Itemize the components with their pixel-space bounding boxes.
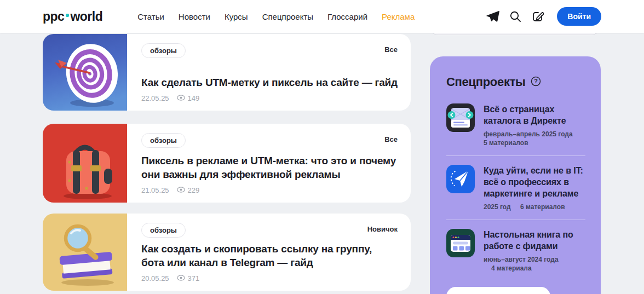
search-icon[interactable] xyxy=(509,10,522,23)
eye-icon xyxy=(177,94,185,102)
project-item[interactable]: Куда уйти, если не в IT: всё о профессия… xyxy=(446,165,585,211)
dart-target-illustration xyxy=(43,34,127,111)
article-card[interactable]: обзоры Все Как сделать UTM-метку и пиксе… xyxy=(43,34,411,111)
article-card[interactable]: обзоры Все Пиксель в рекламе и UTM-метка… xyxy=(43,124,411,203)
tag-badge[interactable]: обзоры xyxy=(141,43,186,58)
article-title: Пиксель в рекламе и UTM-метка: что это и… xyxy=(141,154,398,181)
article-card-body: обзоры Все Как сделать UTM-метку и пиксе… xyxy=(127,34,411,111)
level-badge: Все xyxy=(384,45,398,54)
svg-text:?: ? xyxy=(534,78,538,84)
nav-item-glossary[interactable]: Глоссарий xyxy=(327,12,367,21)
eye-icon xyxy=(177,274,185,283)
nav-item-courses[interactable]: Курсы xyxy=(225,12,248,21)
level-badge: Новичок xyxy=(367,225,398,233)
project-item[interactable]: Настольная книга по работе с фидами июнь… xyxy=(446,229,585,273)
red-backpack-illustration xyxy=(43,124,127,203)
project-count: 4 материала xyxy=(491,264,532,273)
project-title: Куда уйти, если не в IT: всё о профессия… xyxy=(484,165,585,199)
views-count: 229 xyxy=(188,186,200,194)
article-title: Как сделать UTM-метку и пиксель на сайте… xyxy=(141,76,398,89)
project-period: июнь–август 2024 года xyxy=(484,255,559,264)
divider xyxy=(446,155,585,156)
level-badge: Все xyxy=(384,135,398,143)
logo-text-ppc: ppc xyxy=(43,9,64,24)
eye-icon xyxy=(177,186,185,194)
article-date: 20.05.25 xyxy=(141,274,169,283)
logo-text-world: world xyxy=(70,9,102,24)
nav-item-articles[interactable]: Статьи xyxy=(137,12,164,21)
views-count: 371 xyxy=(188,274,200,283)
article-card[interactable]: обзоры Новичок Как создать и скопировать… xyxy=(43,214,411,291)
page: ppc world Статьи Новости Курсы Спецпроек… xyxy=(0,0,644,294)
project-count: 6 материалов xyxy=(520,203,565,211)
nav-item-news[interactable]: Новости xyxy=(179,12,210,21)
book-magnifier-illustration xyxy=(43,214,127,291)
project-period: февраль–апрель 2025 года xyxy=(484,130,585,139)
paper-plane-icon xyxy=(446,165,475,193)
article-card-body: обзоры Новичок Как создать и скопировать… xyxy=(127,214,411,291)
logo-dot-icon xyxy=(66,14,69,17)
top-navbar: ppc world Статьи Новости Курсы Спецпроек… xyxy=(0,0,644,33)
article-list: обзоры Все Как сделать UTM-метку и пиксе… xyxy=(43,34,411,291)
project-period: 2025 год xyxy=(484,203,511,211)
divider xyxy=(446,220,585,220)
help-icon[interactable]: ? xyxy=(531,76,541,89)
article-title: Как создать и скопировать ссылку на груп… xyxy=(141,242,398,269)
all-projects-button[interactable]: Ко всем спецпроектам xyxy=(446,287,550,294)
views-count: 149 xyxy=(188,94,200,102)
specprojects-title: Спецпроекты xyxy=(446,75,526,89)
article-date: 22.05.25 xyxy=(141,94,169,102)
logo[interactable]: ppc world xyxy=(43,9,102,24)
nav-item-specprojects[interactable]: Спецпроекты xyxy=(262,12,313,21)
browser-feed-icon xyxy=(446,229,475,257)
project-count: 5 материалов xyxy=(484,139,585,147)
project-title: Всё о страницах каталога в Директе xyxy=(484,103,585,126)
article-date: 21.05.25 xyxy=(141,186,169,194)
header-actions: Войти xyxy=(486,7,601,26)
edit-icon[interactable] xyxy=(531,10,544,23)
tag-badge[interactable]: обзоры xyxy=(141,133,186,148)
specprojects-panel: Спецпроекты ? xyxy=(430,56,601,294)
telegram-icon[interactable] xyxy=(486,10,499,23)
login-button[interactable]: Войти xyxy=(557,7,601,26)
article-card-body: обзоры Все Пиксель в рекламе и UTM-метка… xyxy=(127,124,411,203)
nav-item-advertising[interactable]: Реклама xyxy=(382,12,415,21)
catalog-pages-icon xyxy=(446,103,475,132)
main-nav: Статьи Новости Курсы Спецпроекты Глоссар… xyxy=(137,12,415,21)
project-item[interactable]: Всё о страницах каталога в Директе февра… xyxy=(446,103,585,147)
project-title: Настольная книга по работе с фидами xyxy=(484,229,585,252)
tag-badge[interactable]: обзоры xyxy=(141,223,186,238)
